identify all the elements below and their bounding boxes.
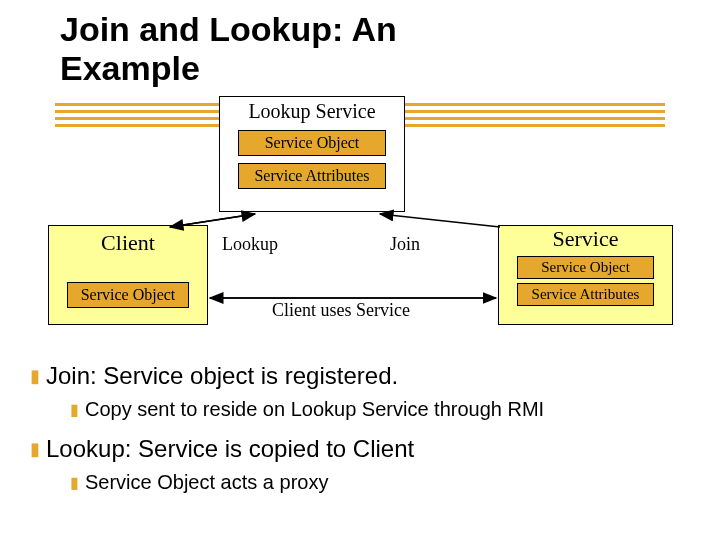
bullet-join: ▮Join: Service object is registered. (30, 362, 680, 390)
lookup-service-object: Service Object (238, 130, 386, 156)
service-box: Service Service Object Service Attribute… (498, 225, 673, 325)
lookup-arrow-label: Lookup (222, 234, 278, 255)
sub-bullet-icon: ▮ (70, 473, 79, 492)
service-title: Service (499, 226, 672, 252)
slide-title: Join and Lookup: An Example (60, 10, 397, 88)
bullet-lookup-sub: ▮Service Object acts a proxy (70, 471, 680, 494)
bullet-lookup-text: Lookup: Service is copied to Client (46, 435, 414, 462)
bullet-lookup-sub-text: Service Object acts a proxy (85, 471, 328, 493)
lookup-service-title: Lookup Service (220, 97, 404, 123)
bullet-icon: ▮ (30, 365, 40, 387)
client-title: Client (49, 226, 207, 256)
bullet-icon: ▮ (30, 438, 40, 460)
bullet-list: ▮Join: Service object is registered. ▮Co… (30, 362, 680, 508)
bullet-lookup: ▮Lookup: Service is copied to Client (30, 435, 680, 463)
svg-line-2 (380, 214, 500, 227)
lookup-service-box: Lookup Service Service Object Service At… (219, 96, 405, 212)
service-service-attributes: Service Attributes (517, 283, 654, 306)
client-service-object: Service Object (67, 282, 189, 308)
bullet-join-sub: ▮Copy sent to reside on Lookup Service t… (70, 398, 680, 421)
uses-arrow-label: Client uses Service (272, 300, 410, 321)
lookup-service-attributes: Service Attributes (238, 163, 386, 189)
client-box: Client Service Object (48, 225, 208, 325)
service-service-object: Service Object (517, 256, 654, 279)
bullet-join-text: Join: Service object is registered. (46, 362, 398, 389)
title-line1: Join and Lookup: An (60, 10, 397, 48)
title-line2: Example (60, 49, 200, 87)
sub-bullet-icon: ▮ (70, 400, 79, 419)
bullet-join-sub-text: Copy sent to reside on Lookup Service th… (85, 398, 544, 420)
join-arrow-label: Join (390, 234, 420, 255)
